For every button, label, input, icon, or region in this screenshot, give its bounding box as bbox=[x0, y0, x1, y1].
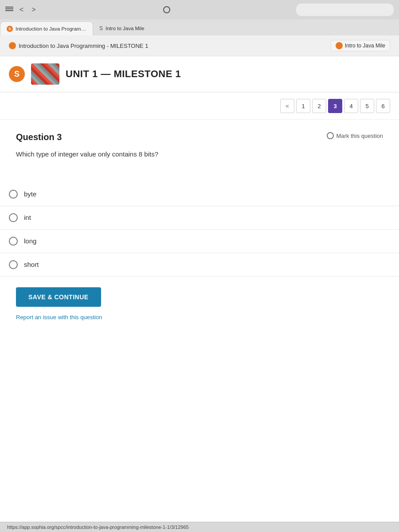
tab-active[interactable]: S Introduction to Java Programming - MIL… bbox=[0, 21, 93, 35]
tab-secondary-label: Intro to Java Mile bbox=[106, 26, 145, 31]
intro-tab-right[interactable]: Intro to Java Mile bbox=[331, 40, 390, 51]
question-area: S UNIT 1 — MILESTONE 1 < 1 2 3 4 5 6 Que… bbox=[0, 56, 399, 522]
answer-label-byte: byte bbox=[24, 190, 36, 198]
sophia-tab2-icon: S bbox=[99, 25, 103, 31]
page-header: Introduction to Java Programming - MILES… bbox=[0, 35, 399, 56]
pagination-page-4[interactable]: 4 bbox=[344, 99, 358, 113]
page-header-title: Introduction to Java Programming - MILES… bbox=[9, 42, 148, 49]
pagination-page-6[interactable]: 6 bbox=[376, 99, 390, 113]
status-bar: https://app.sophia.org/spcc/introduction… bbox=[0, 522, 399, 532]
back-button[interactable]: < bbox=[18, 5, 25, 15]
answer-label-short: short bbox=[24, 261, 39, 268]
sophia-logo: S bbox=[9, 66, 25, 82]
browser-chrome: < > bbox=[0, 0, 399, 20]
report-issue-link[interactable]: Report an issue with this question bbox=[16, 314, 102, 321]
main-content: Introduction to Java Programming - MILES… bbox=[0, 35, 399, 522]
course-title: UNIT 1 — MILESTONE 1 bbox=[66, 68, 181, 80]
tab-secondary[interactable]: S Intro to Java Mile bbox=[93, 21, 164, 35]
pagination-page-1[interactable]: 1 bbox=[296, 99, 310, 113]
pagination-page-3[interactable]: 3 bbox=[328, 99, 342, 113]
unit-thumbnail bbox=[31, 63, 59, 85]
radio-byte[interactable] bbox=[9, 190, 18, 199]
question-content: Question 3 Mark this question Which type… bbox=[0, 120, 399, 183]
action-area: SAVE & CONTINUE Report an issue with thi… bbox=[0, 277, 399, 332]
mark-question-button[interactable]: Mark this question bbox=[327, 132, 383, 139]
pagination-page-2[interactable]: 2 bbox=[312, 99, 326, 113]
status-url: https://app.sophia.org/spcc/introduction… bbox=[7, 524, 189, 530]
sophia-tab-icon: S bbox=[7, 26, 13, 32]
address-bar[interactable] bbox=[296, 4, 394, 16]
question-number: Question 3 bbox=[16, 132, 62, 142]
pagination-prev[interactable]: < bbox=[280, 99, 294, 113]
radio-int[interactable] bbox=[9, 213, 18, 222]
answer-label-long: long bbox=[24, 237, 36, 245]
answer-option-long[interactable]: long bbox=[0, 230, 399, 253]
save-continue-button[interactable]: SAVE & CONTINUE bbox=[16, 287, 101, 307]
sophia-small-icon bbox=[9, 42, 16, 49]
header-title-text: Introduction to Java Programming - MILES… bbox=[19, 43, 148, 49]
forward-button[interactable]: > bbox=[30, 5, 37, 15]
pagination-bar: < 1 2 3 4 5 6 bbox=[0, 93, 399, 120]
tab-active-label: Introduction to Java Programming - MILES… bbox=[16, 26, 86, 31]
answer-option-byte[interactable]: byte bbox=[0, 183, 399, 206]
sidebar-toggle-icon[interactable] bbox=[5, 7, 13, 13]
mark-circle-icon bbox=[327, 132, 334, 139]
answer-option-short[interactable]: short bbox=[0, 253, 399, 277]
mark-question-label: Mark this question bbox=[336, 133, 383, 139]
course-header: S UNIT 1 — MILESTONE 1 bbox=[0, 56, 399, 93]
reader-mode-icon[interactable] bbox=[163, 6, 170, 13]
radio-short[interactable] bbox=[9, 260, 18, 269]
sophia-icon-right bbox=[336, 42, 343, 49]
question-text: Which type of integer value only contain… bbox=[16, 149, 383, 160]
answer-option-int[interactable]: int bbox=[0, 206, 399, 230]
radio-long[interactable] bbox=[9, 237, 18, 246]
tab-bar: S Introduction to Java Programming - MIL… bbox=[0, 20, 399, 35]
intro-tab-label: Intro to Java Mile bbox=[345, 43, 385, 49]
pagination-page-5[interactable]: 5 bbox=[360, 99, 374, 113]
question-header: Question 3 Mark this question bbox=[16, 132, 383, 142]
answer-label-int: int bbox=[24, 214, 31, 221]
